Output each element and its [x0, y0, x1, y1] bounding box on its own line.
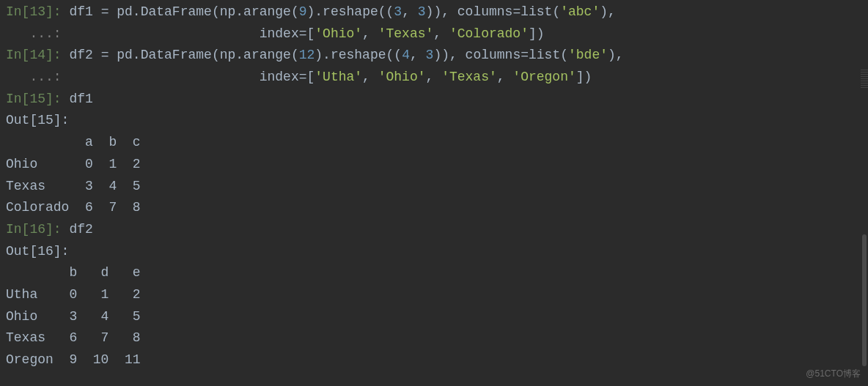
input-cell-16[interactable]: In[16]: df2	[6, 219, 862, 241]
code-text: df2	[62, 222, 93, 237]
code-text: )), columns=list(	[426, 4, 561, 19]
code-text: ),	[600, 4, 616, 19]
code-text: index=[	[62, 26, 315, 41]
string-literal: 'Texas'	[378, 26, 434, 41]
code-text: ,	[433, 26, 449, 41]
in-prompt-16: In[16]:	[6, 222, 62, 237]
code-text: ])	[529, 26, 545, 41]
code-text: pd.DataFrame(np.arange(	[108, 4, 298, 19]
code-text: ,	[362, 26, 378, 41]
code-text: ,	[426, 70, 442, 84]
number-literal: 4	[402, 48, 410, 62]
string-literal: 'Oregon'	[512, 70, 575, 84]
df2-row: Ohio 3 4 5	[6, 306, 862, 328]
code-text: ])	[576, 70, 592, 84]
string-literal: 'Colorado'	[449, 26, 529, 41]
input-cell-14-line1[interactable]: In[14]: df2 = pd.DataFrame(np.arange(12)…	[6, 45, 862, 67]
equals-op: =	[101, 4, 109, 19]
vertical-scrollbar-track[interactable]	[861, 0, 868, 386]
code-text: df1	[62, 92, 93, 106]
number-literal: 3	[418, 4, 426, 19]
df2-row: Utha 0 1 2	[6, 284, 862, 306]
string-literal: 'bde'	[568, 48, 608, 62]
out-prompt: Out[15]:	[6, 113, 69, 127]
out-prompt: Out[16]:	[6, 244, 69, 259]
input-cell-13-line1[interactable]: In[13]: df1 = pd.DataFrame(np.arange(9).…	[6, 1, 862, 23]
code-text: ,	[402, 4, 418, 19]
input-cell-14-line2[interactable]: ...: index=['Utha', 'Ohio', 'Texas', 'Or…	[6, 67, 862, 89]
df1-row: Texas 3 4 5	[6, 176, 862, 198]
in-prompt-14: In[14]:	[6, 48, 62, 62]
string-literal: 'abc'	[560, 4, 600, 19]
code-text: pd.DataFrame(np.arange(	[108, 48, 298, 62]
code-text: df2	[62, 48, 101, 62]
in-prompt-13: In[13]:	[6, 4, 62, 19]
console-output[interactable]: In[13]: df1 = pd.DataFrame(np.arange(9).…	[6, 1, 862, 371]
string-literal: 'Ohio'	[315, 26, 362, 41]
code-text: index=[	[62, 70, 315, 84]
code-text: ).reshape((	[315, 48, 402, 62]
vertical-scrollbar-thumb[interactable]	[862, 234, 867, 366]
code-text: df1	[62, 4, 101, 19]
input-cell-15[interactable]: In[15]: df1	[6, 89, 862, 111]
number-literal: 12	[299, 48, 315, 62]
output-prompt-15: Out[15]:	[6, 110, 862, 132]
continuation-prompt: ...:	[6, 26, 62, 41]
code-text: ),	[608, 48, 624, 62]
string-literal: 'Ohio'	[378, 70, 426, 84]
in-prompt-15: In[15]:	[6, 92, 62, 106]
df2-header: b d e	[6, 262, 862, 284]
string-literal: 'Utha'	[315, 70, 362, 84]
df1-row: Colorado 6 7 8	[6, 197, 862, 219]
df2-row: Oregon 9 10 11	[6, 349, 862, 371]
number-literal: 3	[394, 4, 402, 19]
equals-op: =	[101, 48, 109, 62]
code-text: ).reshape((	[307, 4, 394, 19]
watermark-text: @51CTO博客	[806, 367, 861, 382]
continuation-prompt: ...:	[6, 70, 62, 84]
scroll-grip-icon	[861, 70, 868, 88]
string-literal: 'Texas'	[441, 70, 497, 84]
df2-row: Texas 6 7 8	[6, 327, 862, 349]
code-text: )), columns=list(	[433, 48, 568, 62]
input-cell-13-line2[interactable]: ...: index=['Ohio', 'Texas', 'Colorado']…	[6, 23, 862, 45]
code-text: ,	[497, 70, 513, 84]
df1-row: Ohio 0 1 2	[6, 154, 862, 176]
code-text: ,	[362, 70, 378, 84]
output-prompt-16: Out[16]:	[6, 241, 862, 263]
code-text: ,	[410, 48, 426, 62]
number-literal: 3	[426, 48, 434, 62]
number-literal: 9	[299, 4, 307, 19]
df1-header: a b c	[6, 132, 862, 154]
